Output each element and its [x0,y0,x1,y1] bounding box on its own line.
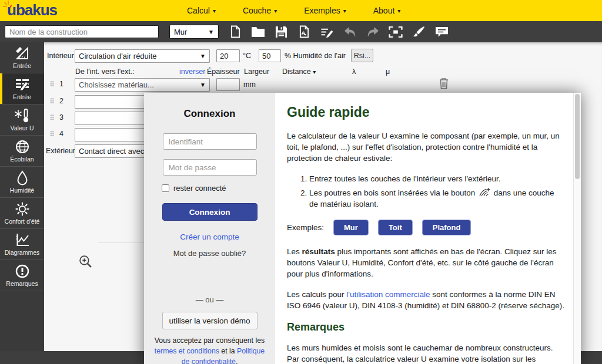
forgot-password-link[interactable]: Mot de passe oublié? [144,249,275,258]
menu-calcul[interactable]: Calcul▾ [187,6,216,15]
chevron-down-icon: ▾ [343,8,346,14]
protocol-edit-icon [320,26,334,38]
humidity-input[interactable] [259,49,281,62]
password-input[interactable] [163,159,257,176]
paint-brush-icon [413,26,425,38]
sidebar-item-valeur-u[interactable]: Valeur U [0,105,44,136]
example-plafond-button[interactable]: Plafond [422,220,471,235]
row-number: 2 [59,97,63,105]
create-account-link[interactable]: Créer un compte [144,232,275,241]
main-menu: Calcul▾ Couche▾ Exemples▾ About▾ [187,0,400,21]
temperature-input[interactable] [216,49,240,62]
guide-intro: Le calculateur de la valeur U examine le… [287,130,564,164]
material-select-row1[interactable]: Choisissez matériau... ▼ [75,78,210,92]
username-input[interactable] [163,133,257,150]
protocol-edit-button[interactable] [320,23,334,40]
chevron-down-icon: ▾ [274,8,277,14]
example-mur-button[interactable]: Mur [333,220,369,235]
drag-handle-icon[interactable]: ⠿ [49,80,55,89]
guide-step-2: Les poutres en bois sont insérées via le… [309,187,564,210]
row-number: 1 [59,80,63,88]
open-folder-icon [251,26,265,38]
column-largeur: Largeur [244,68,269,76]
example-toit-button[interactable]: Toit [378,220,413,235]
inverse-link[interactable]: inverser [179,68,205,76]
drag-handle-icon[interactable]: ⠿ [49,97,55,106]
feedback-button[interactable] [434,23,449,40]
save-icon [275,26,287,38]
remember-me-row: rester connecté [162,184,275,193]
guide-results: Les résultats plus importants sont affic… [287,246,564,280]
chevron-down-icon: ▾ [213,8,216,14]
exterior-label: Extérieur [46,147,75,155]
welcome-dialog: Connexion rester connecté Connexion Crée… [144,93,581,364]
screenshot-frame-icon [389,26,403,38]
chevron-down-icon: ▾ [313,69,316,75]
rsi-button[interactable]: Rsi... [351,49,373,62]
new-file-icon [230,25,241,38]
guide-scrollbar[interactable] [573,93,581,364]
remember-me-checkbox[interactable] [162,184,169,192]
trash-icon[interactable] [439,77,449,92]
results-sidebar: Entrée Entrée Valeur U Écobilan Humidité… [0,42,44,351]
row-number: 4 [59,130,63,138]
login-submit-button[interactable]: Connexion [162,203,257,221]
interior-condition-select[interactable]: Circulation d'air réduite ▼ [75,49,210,63]
line-chart-icon [15,232,30,248]
component-type-select[interactable]: Mur ▼ [169,25,219,39]
drag-handle-icon[interactable]: ⠿ [49,114,55,122]
sidebar-item-diagrammes[interactable]: Diagrammes [0,229,44,260]
undo-icon [343,26,357,38]
menu-about[interactable]: About▾ [373,6,401,15]
sidebar-item-entree-1[interactable]: Entrée [0,42,44,73]
set-square-icon [15,46,30,61]
open-folder-button[interactable] [251,23,265,40]
sidebar-item-humidite[interactable]: Humidité [0,167,44,198]
pdf-export-button[interactable] [297,23,311,40]
sidebar-item-ecobilan[interactable]: Écobilan [0,136,44,167]
commercial-use-link[interactable]: l'utilisation commerciale [346,290,430,299]
demo-version-button[interactable]: utiliser la version démo [162,312,257,329]
redo-button[interactable] [366,23,380,40]
terms-link[interactable]: termes et conditions [155,347,219,355]
or-separator: — ou — [144,295,275,304]
droplet-icon [15,170,29,186]
login-panel: Connexion rester connecté Connexion Crée… [144,93,275,364]
thickness-input-row1[interactable] [216,78,240,91]
undo-button[interactable] [343,23,357,40]
construction-name-input[interactable] [5,25,159,38]
ubakus-logo[interactable]: ubakus [7,1,57,19]
screenshot-button[interactable] [389,23,403,40]
menu-couche[interactable]: Couche▾ [243,6,277,15]
sidebar-item-entree-2[interactable]: Entrée [0,73,44,105]
examples-label: Exemples: [287,222,324,233]
guide-panel: Guide rapide Le calculateur de la valeur… [275,93,581,364]
column-mu: μ [386,68,390,76]
chevron-down-icon: ▾ [397,8,400,14]
temperature-unit-label: °C [243,52,251,60]
examples-row: Exemples: Mur Toit Plafond [287,220,564,235]
drag-handle-icon[interactable]: ⠿ [49,130,55,139]
login-title: Connexion [144,108,275,120]
divider-line [98,242,146,243]
menu-exemples[interactable]: Exemples▾ [304,6,346,15]
sidebar-item-remarques[interactable]: Remarques [0,260,44,291]
column-distance[interactable]: Distance ▾ [282,68,316,76]
ubakus-app: ubakus Calcul▾ Couche▾ Exemples▾ About▾ … [0,0,602,364]
file-toolbar: Mur ▼ [0,21,602,42]
guide-step-1: Entrez toutes les couches de l'intérieur… [309,173,564,184]
scrollbar-thumb[interactable] [575,94,580,179]
new-file-button[interactable] [228,23,242,40]
sun-rays-icon [2,0,15,11]
thickness-unit-label: mm [243,80,256,89]
paint-brush-button[interactable] [412,23,426,40]
globe-icon [15,139,30,154]
column-lambda: λ [352,68,356,76]
wood-beam-icon [479,187,490,197]
zoom-in-icon[interactable] [78,254,93,271]
sidebar-item-confort-ete[interactable]: Confort d'été [0,198,44,229]
save-button[interactable] [274,23,288,40]
layers-edit-icon [15,77,30,92]
humidity-unit-label: % Humidité de l'air [285,52,346,60]
guide-content: Guide rapide Le calculateur de la valeur… [275,93,581,364]
